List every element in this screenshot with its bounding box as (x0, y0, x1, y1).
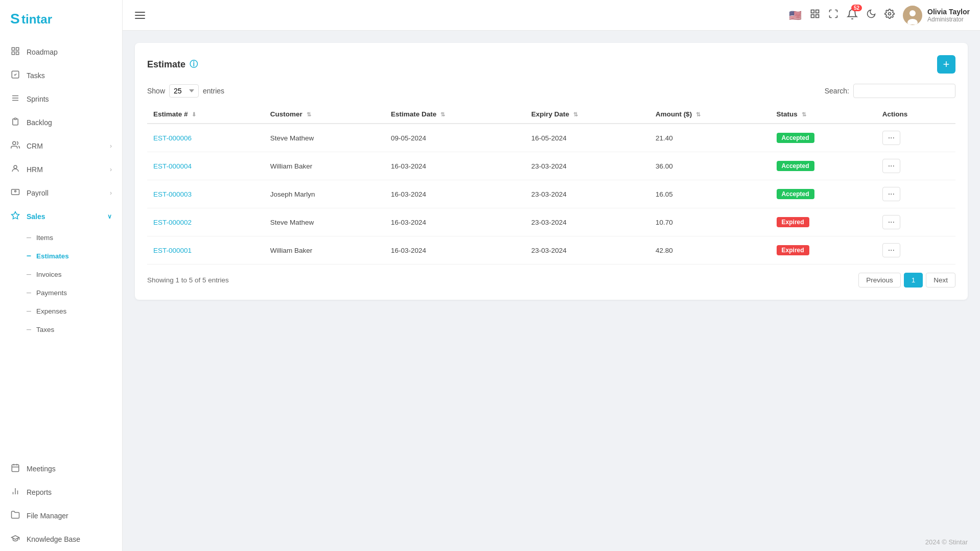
svg-point-15 (889, 13, 891, 15)
sidebar-item-reports-label: Reports (27, 488, 52, 496)
menu-toggle-button[interactable] (133, 10, 147, 21)
estimate-link[interactable]: EST-000006 (153, 134, 192, 142)
apps-icon[interactable] (810, 9, 820, 21)
payroll-chevron-icon: › (110, 189, 112, 197)
sort-icon-estimate-num: ⬇ (192, 111, 196, 117)
cell-status: Expired (771, 236, 876, 265)
cell-estimate-date: 09-05-2024 (385, 124, 525, 152)
subnav-payments-label: Payments (36, 289, 67, 297)
estimate-card: Estimate ⓘ + Show 25 10 50 100 entries (135, 43, 968, 300)
subnav-invoices[interactable]: – Invoices (27, 265, 122, 283)
sidebar-item-knowledge-base-label: Knowledge Base (27, 535, 80, 543)
pagination-page-1-button[interactable]: 1 (904, 273, 923, 288)
row-actions-button[interactable]: ··· (882, 243, 900, 257)
pagination-previous-button[interactable]: Previous (858, 273, 901, 288)
entries-select[interactable]: 25 10 50 100 (169, 84, 199, 98)
fullscreen-icon[interactable] (828, 9, 838, 21)
subnav-payments[interactable]: – Payments (27, 283, 122, 302)
sidebar-item-payroll-label: Payroll (27, 189, 49, 197)
logo-area: S tintar (0, 0, 122, 40)
sort-icon-customer: ⇅ (307, 111, 311, 117)
svg-rect-14 (816, 15, 819, 18)
estimate-link[interactable]: EST-000003 (153, 190, 192, 198)
user-profile[interactable]: Olivia Taylor Administrator (903, 6, 970, 25)
cell-expiry-date: 23-03-2024 (525, 236, 649, 265)
col-customer[interactable]: Customer ⇅ (264, 105, 385, 124)
subnav-taxes-dash: – (27, 325, 31, 334)
table-controls: Show 25 10 50 100 entries Search: (147, 84, 955, 98)
subnav-expenses-label: Expenses (36, 307, 66, 315)
dark-mode-toggle[interactable] (866, 9, 876, 21)
sidebar-item-sales[interactable]: Sales ∨ (0, 205, 122, 228)
sidebar-item-tasks-label: Tasks (27, 71, 45, 80)
sidebar-item-roadmap[interactable]: Roadmap (0, 40, 122, 64)
hamburger-line-1 (135, 12, 145, 13)
info-icon[interactable]: ⓘ (190, 59, 198, 70)
row-actions-button[interactable]: ··· (882, 187, 900, 201)
row-actions-button[interactable]: ··· (882, 159, 900, 173)
svg-rect-5 (16, 52, 19, 55)
notification-bell[interactable]: 52 (847, 9, 858, 21)
search-input[interactable] (853, 84, 955, 98)
cell-expiry-date: 23-03-2024 (525, 152, 649, 180)
notification-count: 52 (851, 5, 862, 11)
svg-text:S: S (10, 11, 20, 27)
sidebar-item-file-manager[interactable]: File Manager (0, 504, 122, 528)
cell-estimate-date: 16-03-2024 (385, 208, 525, 236)
cell-expiry-date: 23-03-2024 (525, 208, 649, 236)
sidebar-item-tasks[interactable]: Tasks (0, 64, 122, 87)
svg-point-8 (14, 165, 17, 169)
cell-actions: ··· (876, 208, 955, 236)
sidebar-item-hrm-label: HRM (27, 165, 43, 174)
svg-rect-3 (16, 47, 19, 50)
col-status[interactable]: Status ⇅ (771, 105, 876, 124)
pagination-next-button[interactable]: Next (926, 273, 955, 288)
page-title: Estimate (147, 59, 185, 70)
table-body: EST-000006 Steve Mathew 09-05-2024 16-05… (147, 124, 955, 265)
subnav-taxes-label: Taxes (36, 326, 54, 333)
cell-estimate-date: 16-03-2024 (385, 152, 525, 180)
search-area: Search: (825, 84, 955, 98)
cell-actions: ··· (876, 236, 955, 265)
table-row: EST-000002 Steve Mathew 16-03-2024 23-03… (147, 208, 955, 236)
cell-amount: 21.40 (649, 124, 771, 152)
cell-expiry-date: 16-05-2024 (525, 124, 649, 152)
sidebar-item-payroll[interactable]: Payroll › (0, 181, 122, 205)
main-area: 🇺🇸 52 (123, 0, 980, 551)
estimate-link[interactable]: EST-000001 (153, 247, 192, 254)
settings-icon[interactable] (884, 9, 895, 21)
estimate-link[interactable]: EST-000002 (153, 219, 192, 226)
sidebar-item-sprints[interactable]: Sprints (0, 87, 122, 111)
col-expiry-date[interactable]: Expiry Date ⇅ (525, 105, 649, 124)
table-row: EST-000001 William Baker 16-03-2024 23-0… (147, 236, 955, 265)
cell-status: Accepted (771, 124, 876, 152)
add-estimate-button[interactable]: + (937, 55, 955, 74)
sidebar-item-meetings[interactable]: Meetings (0, 457, 122, 481)
sidebar-item-knowledge-base[interactable]: Knowledge Base (0, 528, 122, 551)
sidebar-item-crm[interactable]: CRM › (0, 134, 122, 158)
col-estimate-date[interactable]: Estimate Date ⇅ (385, 105, 525, 124)
cell-status: Expired (771, 208, 876, 236)
cell-expiry-date: 23-03-2024 (525, 180, 649, 208)
sidebar-item-backlog[interactable]: Backlog (0, 111, 122, 134)
sidebar-item-hrm[interactable]: HRM › (0, 158, 122, 181)
row-actions-button[interactable]: ··· (882, 215, 900, 229)
estimate-link[interactable]: EST-000004 (153, 162, 192, 170)
subnav-items[interactable]: – Items (27, 228, 122, 247)
col-amount[interactable]: Amount ($) ⇅ (649, 105, 771, 124)
sidebar-item-reports[interactable]: Reports (0, 481, 122, 504)
subnav-expenses[interactable]: – Expenses (27, 302, 122, 320)
crm-icon (10, 140, 20, 152)
language-selector[interactable]: 🇺🇸 (789, 9, 802, 21)
cell-actions: ··· (876, 124, 955, 152)
col-estimate-num[interactable]: Estimate # ⬇ (147, 105, 264, 124)
svg-rect-11 (811, 10, 814, 13)
cell-customer: Joseph Marlyn (264, 180, 385, 208)
svg-point-7 (13, 141, 16, 145)
cell-estimate-date: 16-03-2024 (385, 236, 525, 265)
subnav-estimates[interactable]: – Estimates (27, 247, 122, 265)
cell-customer: William Baker (264, 236, 385, 265)
subnav-taxes[interactable]: – Taxes (27, 320, 122, 339)
content-area: Estimate ⓘ + Show 25 10 50 100 entries (123, 31, 980, 533)
row-actions-button[interactable]: ··· (882, 131, 900, 145)
